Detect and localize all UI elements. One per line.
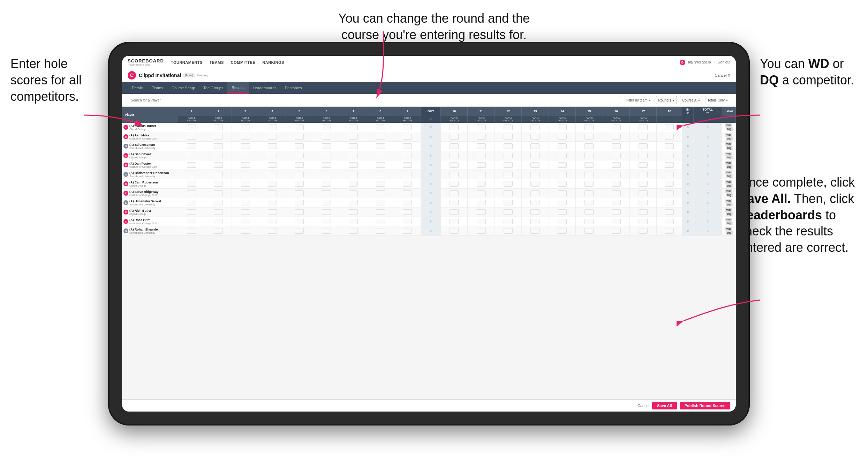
score-input-h13-p3[interactable]	[530, 153, 539, 158]
score-input-h8-p1[interactable]	[376, 134, 385, 140]
score-input-h15-p2[interactable]	[584, 143, 594, 149]
nav-tournaments[interactable]: TOURNAMENTS	[171, 60, 203, 65]
score-input-h10-p10[interactable]	[450, 219, 459, 224]
totals-only-toggle[interactable]: Totals Only ▾	[705, 96, 730, 104]
dq-button-4[interactable]: DQ	[726, 165, 733, 169]
score-input-h9-p2[interactable]	[403, 143, 412, 149]
score-input-h15-p6[interactable]	[584, 181, 594, 187]
hole-11-row-2[interactable]	[468, 142, 495, 151]
score-input-h6-p1[interactable]	[322, 134, 331, 140]
score-input-h2-p5[interactable]	[214, 172, 223, 177]
hole-16-row-7[interactable]	[603, 189, 629, 198]
score-input-h10-p6[interactable]	[450, 181, 459, 187]
score-input-h1-p6[interactable]	[187, 181, 196, 187]
hole-10-row-3[interactable]	[440, 151, 467, 160]
score-input-h14-p3[interactable]	[558, 153, 567, 158]
wd-button-3[interactable]: WD	[725, 152, 732, 156]
hole-11-row-10[interactable]	[468, 217, 495, 226]
score-input-h11-p5[interactable]	[477, 172, 486, 177]
wd-button-9[interactable]: WD	[725, 208, 732, 212]
score-input-h16-p0[interactable]	[612, 125, 621, 130]
score-input-h2-p1[interactable]	[214, 134, 223, 140]
score-input-h7-p0[interactable]	[349, 125, 358, 130]
score-input-h15-p1[interactable]	[584, 134, 594, 140]
hole-2-row-8[interactable]	[205, 198, 232, 208]
hole-18-row-2[interactable]	[657, 142, 682, 151]
hole-15-row-2[interactable]	[576, 142, 603, 151]
hole-2-row-10[interactable]	[205, 217, 232, 226]
score-input-h10-p8[interactable]	[450, 200, 459, 205]
score-input-h7-p6[interactable]	[349, 181, 358, 187]
score-input-h12-p9[interactable]	[504, 209, 513, 215]
hole-1-row-3[interactable]	[178, 151, 205, 160]
hole-15-row-6[interactable]	[576, 179, 603, 189]
score-input-h7-p1[interactable]	[349, 134, 358, 140]
dq-button-1[interactable]: DQ	[726, 137, 733, 141]
hole-10-row-11[interactable]	[440, 226, 467, 236]
score-input-h3-p5[interactable]	[241, 172, 250, 177]
dq-button-0[interactable]: DQ	[726, 127, 733, 131]
hole-11-row-11[interactable]	[468, 226, 495, 236]
hole-16-row-5[interactable]	[603, 170, 629, 179]
tab-course-setup[interactable]: Course Setup	[167, 82, 199, 94]
score-input-h17-p7[interactable]	[639, 190, 648, 196]
hole-11-row-7[interactable]	[468, 189, 495, 198]
score-input-h6-p8[interactable]	[322, 200, 331, 205]
score-input-h8-p2[interactable]	[376, 143, 385, 149]
hole-12-row-8[interactable]	[495, 198, 521, 208]
hole-9-row-7[interactable]	[394, 189, 421, 198]
score-input-h12-p6[interactable]	[504, 181, 513, 187]
hole-13-row-7[interactable]	[522, 189, 549, 198]
score-input-h11-p0[interactable]	[477, 125, 486, 130]
hole-10-row-0[interactable]	[440, 123, 467, 132]
score-input-h18-p4[interactable]	[665, 162, 674, 168]
score-input-h13-p11[interactable]	[530, 228, 539, 234]
score-input-h15-p8[interactable]	[584, 200, 594, 205]
score-input-h10-p7[interactable]	[450, 190, 459, 196]
score-input-h5-p3[interactable]	[295, 153, 304, 158]
hole-15-row-4[interactable]	[576, 160, 603, 170]
score-input-h16-p2[interactable]	[612, 143, 621, 149]
score-input-h8-p5[interactable]	[376, 172, 385, 177]
hole-4-row-8[interactable]	[259, 198, 286, 208]
score-input-h14-p1[interactable]	[558, 134, 567, 140]
hole-11-row-8[interactable]	[468, 198, 495, 208]
hole-9-row-3[interactable]	[394, 151, 421, 160]
score-input-h10-p11[interactable]	[450, 228, 459, 234]
hole-12-row-11[interactable]	[495, 226, 521, 236]
score-input-h16-p5[interactable]	[612, 172, 621, 177]
hole-3-row-10[interactable]	[232, 217, 259, 226]
score-input-h7-p7[interactable]	[349, 190, 358, 196]
hole-1-row-0[interactable]	[178, 123, 205, 132]
nav-committee[interactable]: COMMITTEE	[231, 60, 256, 65]
hole-16-row-0[interactable]	[603, 123, 629, 132]
score-input-h7-p3[interactable]	[349, 153, 358, 158]
score-input-h11-p11[interactable]	[477, 228, 486, 234]
score-input-h5-p0[interactable]	[295, 125, 304, 130]
hole-17-row-10[interactable]	[630, 217, 657, 226]
score-input-h6-p7[interactable]	[322, 190, 331, 196]
score-input-h18-p9[interactable]	[665, 209, 674, 215]
wd-button-8[interactable]: WD	[725, 199, 732, 203]
hole-13-row-0[interactable]	[522, 123, 549, 132]
score-input-h6-p11[interactable]	[322, 228, 331, 234]
hole-7-row-6[interactable]	[340, 179, 367, 189]
hole-9-row-9[interactable]	[394, 208, 421, 217]
hole-10-row-4[interactable]	[440, 160, 467, 170]
score-input-h13-p8[interactable]	[530, 200, 539, 205]
hole-18-row-7[interactable]	[657, 189, 682, 198]
hole-8-row-2[interactable]	[367, 142, 394, 151]
sign-out-link[interactable]: Sign out	[717, 60, 730, 64]
hole-11-row-5[interactable]	[468, 170, 495, 179]
score-input-h7-p9[interactable]	[349, 209, 358, 215]
score-input-h5-p9[interactable]	[295, 209, 304, 215]
hole-5-row-7[interactable]	[286, 189, 313, 198]
score-input-h4-p8[interactable]	[268, 200, 277, 205]
wd-button-4[interactable]: WD	[725, 161, 732, 165]
score-input-h16-p7[interactable]	[612, 190, 621, 196]
hole-8-row-10[interactable]	[367, 217, 394, 226]
dq-button-7[interactable]: DQ	[726, 193, 733, 197]
score-input-h5-p11[interactable]	[295, 228, 304, 234]
score-input-h5-p10[interactable]	[295, 219, 304, 224]
hole-16-row-6[interactable]	[603, 179, 629, 189]
